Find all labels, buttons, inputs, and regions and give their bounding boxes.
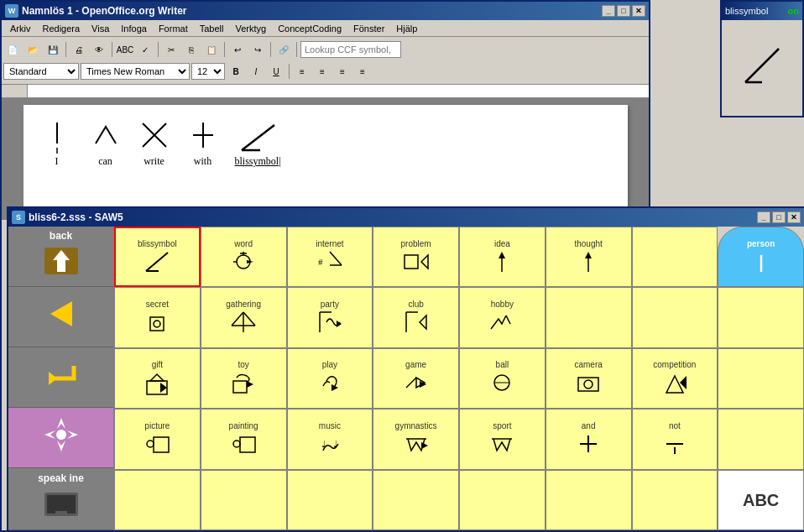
menu-infoga[interactable]: Infoga bbox=[116, 22, 152, 35]
paste-btn[interactable]: 📋 bbox=[202, 40, 221, 59]
hyperlink-btn[interactable]: 🔗 bbox=[274, 40, 293, 59]
align-left-btn[interactable]: ≡ bbox=[293, 62, 311, 81]
grid-cell-gathering[interactable]: gathering bbox=[201, 287, 287, 347]
cell-label-hobby: hobby bbox=[491, 300, 514, 309]
cell-symbol-party bbox=[315, 309, 345, 336]
menu-hjalp[interactable]: Hjälp bbox=[391, 22, 422, 35]
size-combo[interactable]: 12 bbox=[191, 63, 225, 80]
grid-cell-hobby[interactable]: hobby bbox=[459, 287, 546, 347]
grid-cell-camera[interactable]: camera bbox=[546, 348, 632, 409]
svg-line-23 bbox=[146, 253, 168, 271]
underline-btn[interactable]: U bbox=[267, 62, 285, 81]
svg-marker-16 bbox=[57, 441, 65, 451]
grid-cell-not[interactable]: not bbox=[632, 409, 718, 469]
sidebar-enter-button[interactable] bbox=[8, 347, 113, 408]
grid-cell-toy[interactable]: toy bbox=[201, 348, 287, 409]
saw5-maximize-button[interactable]: □ bbox=[772, 211, 786, 223]
menu-visa[interactable]: Visa bbox=[86, 22, 114, 35]
grid-cell-gift[interactable]: gift bbox=[114, 348, 201, 409]
svg-point-64 bbox=[584, 380, 593, 389]
svg-line-31 bbox=[330, 252, 342, 265]
cell-label-toy: toy bbox=[238, 360, 248, 369]
grid-cell-party[interactable]: party bbox=[287, 287, 373, 347]
menu-fonster[interactable]: Fönster bbox=[348, 22, 389, 35]
grid-cell-competition[interactable]: competition bbox=[632, 348, 718, 409]
cell-label-gift: gift bbox=[152, 360, 163, 369]
new-btn[interactable]: 📄 bbox=[3, 40, 22, 59]
cell-symbol-gymnastics bbox=[401, 430, 431, 457]
save-btn[interactable]: 💾 bbox=[44, 40, 62, 59]
menu-tabell[interactable]: Tabell bbox=[195, 22, 229, 35]
grid-cell-music[interactable]: music ♩ ♩ bbox=[287, 409, 373, 469]
grid-cell-empty-r3c7 bbox=[718, 409, 804, 469]
grid-cell-picture[interactable]: picture bbox=[114, 409, 201, 469]
writer-win-buttons[interactable]: _ □ ✕ bbox=[602, 5, 645, 17]
preview-btn[interactable]: 👁 bbox=[90, 40, 108, 59]
grid-cell-painting[interactable]: painting bbox=[201, 409, 287, 469]
svg-marker-18 bbox=[67, 430, 78, 439]
grid-cell-empty-r4c6 bbox=[632, 470, 718, 530]
document-area[interactable]: I can bbox=[2, 98, 649, 220]
saw5-close-button[interactable]: ✕ bbox=[787, 211, 801, 223]
undo-btn[interactable]: ↩ bbox=[228, 40, 247, 59]
grid-cell-gymnastics[interactable]: gymnastics bbox=[373, 409, 459, 469]
grid-cell-person[interactable]: person bbox=[718, 227, 804, 287]
align-justify-btn[interactable]: ≡ bbox=[353, 62, 372, 81]
menu-conceptcoding[interactable]: ConceptCoding bbox=[273, 22, 347, 35]
svg-point-69 bbox=[233, 441, 240, 447]
open-btn[interactable]: 📂 bbox=[23, 40, 42, 59]
menu-bar: Arkiv Redigera Visa Infoga Format Tabell… bbox=[2, 20, 649, 37]
align-right-btn[interactable]: ≡ bbox=[333, 62, 352, 81]
spell2-btn[interactable]: ✓ bbox=[136, 40, 154, 59]
grid-cell-empty-r4c0 bbox=[114, 470, 201, 530]
grid-cell-internet[interactable]: internet # bbox=[287, 227, 373, 287]
close-button[interactable]: ✕ bbox=[632, 5, 645, 17]
redo-btn[interactable]: ↪ bbox=[248, 40, 267, 59]
print-btn[interactable]: 🖨 bbox=[70, 40, 88, 59]
sidebar-prev-button[interactable] bbox=[8, 287, 113, 347]
sep2 bbox=[112, 42, 112, 57]
menu-verktyg[interactable]: Verktyg bbox=[230, 22, 271, 35]
toolbar-area: 📄 📂 💾 🖨 👁 ABC ✓ ✂ ⎘ 📋 ↩ ↪ 🔗 Standard bbox=[2, 37, 649, 85]
style-combo[interactable]: Standard bbox=[3, 63, 79, 80]
maximize-button[interactable]: □ bbox=[617, 5, 630, 17]
saw5-win-buttons[interactable]: _ □ ✕ bbox=[757, 211, 801, 223]
grid-cell-blissymbol[interactable]: blissymbol bbox=[114, 227, 201, 287]
saw5-minimize-button[interactable]: _ bbox=[757, 211, 770, 223]
sidebar-move-button[interactable] bbox=[8, 408, 113, 468]
grid-cell-thought[interactable]: thought bbox=[546, 227, 632, 287]
menu-redigera[interactable]: Redigera bbox=[37, 22, 85, 35]
saw5-content: back bbox=[8, 227, 804, 530]
grid-cell-sport[interactable]: sport bbox=[459, 409, 546, 469]
grid-cell-secret[interactable]: secret bbox=[114, 287, 201, 347]
menu-arkiv[interactable]: Arkiv bbox=[5, 22, 35, 35]
copy-btn[interactable]: ⎘ bbox=[182, 40, 201, 59]
grid-cell-club[interactable]: club bbox=[373, 287, 459, 347]
grid-cell-word[interactable]: word bbox=[201, 227, 287, 287]
sep7 bbox=[289, 64, 290, 79]
spell-btn[interactable]: ABC bbox=[116, 40, 134, 59]
grid-cell-abc[interactable]: ABC bbox=[718, 470, 804, 530]
grid-cell-play[interactable]: play bbox=[287, 348, 373, 409]
lookup-input[interactable] bbox=[300, 41, 401, 58]
toolbar-row-1: 📄 📂 💾 🖨 👁 ABC ✓ ✂ ⎘ 📋 ↩ ↪ 🔗 bbox=[3, 39, 647, 60]
minimize-button[interactable]: _ bbox=[602, 5, 615, 17]
align-center-btn[interactable]: ≡ bbox=[313, 62, 332, 81]
font-combo[interactable]: Times New Roman bbox=[81, 63, 190, 80]
italic-btn[interactable]: I bbox=[247, 62, 265, 81]
svg-marker-56 bbox=[247, 381, 253, 388]
cell-label-club: club bbox=[408, 300, 423, 309]
grid-cell-problem[interactable]: problem bbox=[373, 227, 459, 287]
grid-cell-ball[interactable]: ball bbox=[459, 348, 546, 409]
grid-cell-game[interactable]: game bbox=[373, 348, 459, 409]
menu-format[interactable]: Format bbox=[154, 22, 193, 35]
sidebar-back-button[interactable]: back bbox=[8, 227, 113, 287]
grid-cell-idea[interactable]: idea bbox=[459, 227, 546, 287]
bold-btn[interactable]: B bbox=[227, 62, 245, 81]
grid-cell-and[interactable]: and bbox=[546, 409, 632, 469]
sidebar-speak-button[interactable]: speak ine bbox=[8, 468, 113, 530]
saw5-title-text: bliss6-2.sss - SAW5 bbox=[29, 211, 123, 223]
svg-marker-13 bbox=[50, 301, 72, 326]
cut-btn[interactable]: ✂ bbox=[162, 40, 180, 59]
svg-marker-74 bbox=[421, 442, 428, 449]
